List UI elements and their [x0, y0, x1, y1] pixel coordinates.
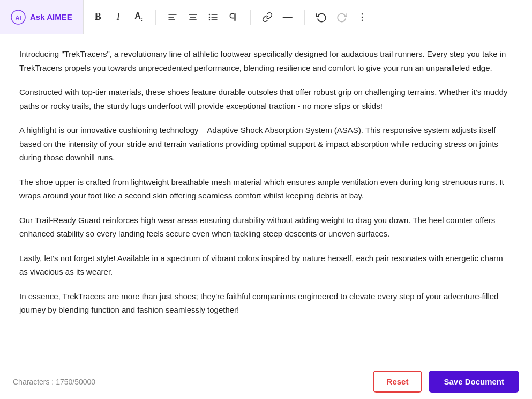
- svg-point-18: [361, 19, 363, 21]
- font-size-icon: A:: [134, 11, 143, 22]
- paragraph-button[interactable]: [223, 7, 244, 27]
- bold-icon: B: [95, 11, 101, 23]
- svg-point-16: [361, 13, 363, 14]
- footer-buttons: Reset Save Document: [373, 371, 519, 393]
- svg-point-11: [208, 13, 210, 15]
- svg-point-13: [208, 19, 210, 20]
- content-area[interactable]: Introducing "TrekTracers", a revolutiona…: [0, 34, 532, 371]
- bold-button[interactable]: B: [88, 7, 108, 27]
- footer: Characters : 1750/50000 Reset Save Docum…: [0, 364, 532, 399]
- paragraph-1: Introducing "TrekTracers", a revolutiona…: [19, 47, 513, 75]
- align-center-button[interactable]: [183, 7, 203, 27]
- divider-line-icon: —: [283, 11, 293, 23]
- paragraph-4: The shoe upper is crafted from lightweig…: [19, 175, 513, 203]
- redo-icon: [336, 12, 347, 23]
- svg-point-17: [361, 16, 363, 18]
- divider-3: [304, 10, 305, 25]
- paragraph-7: In essence, TrekTracers are more than ju…: [19, 290, 513, 317]
- toolbar: AI Ask AIMEE B I A:: [0, 0, 532, 34]
- divider-1: [155, 10, 156, 25]
- ask-aimee-label: Ask AIMEE: [30, 12, 72, 21]
- align-center-icon: [188, 12, 198, 23]
- more-icon: [357, 12, 368, 23]
- divider-2: [250, 10, 251, 25]
- font-size-button[interactable]: A:: [129, 7, 149, 27]
- link-button[interactable]: [257, 7, 278, 27]
- history-group: [307, 7, 377, 27]
- align-left-icon: [167, 12, 178, 23]
- paragraph-5: Our Trail-Ready Guard reinforces high we…: [19, 213, 513, 241]
- paragraph-3: A highlight is our innovative cushioning…: [19, 123, 513, 165]
- ask-aimee-button[interactable]: AI Ask AIMEE: [0, 0, 84, 34]
- svg-point-12: [208, 16, 210, 18]
- redo-button[interactable]: [332, 7, 352, 27]
- italic-icon: I: [117, 11, 120, 23]
- svg-text:AI: AI: [16, 14, 21, 21]
- char-count: Characters : 1750/50000: [13, 378, 95, 386]
- more-button[interactable]: [352, 7, 372, 27]
- undo-icon: [316, 12, 327, 23]
- paragraph-icon: [228, 12, 239, 23]
- reset-button[interactable]: Reset: [373, 371, 423, 393]
- aimee-icon: AI: [11, 10, 26, 25]
- alignment-group: [158, 7, 248, 27]
- save-document-button[interactable]: Save Document: [429, 371, 519, 393]
- list-button[interactable]: [203, 7, 223, 27]
- align-left-button[interactable]: [162, 7, 183, 27]
- italic-button[interactable]: I: [108, 7, 129, 27]
- insert-group: —: [253, 7, 302, 27]
- paragraph-2: Constructed with top-tier materials, the…: [19, 85, 513, 113]
- divider-insert-button[interactable]: —: [278, 7, 298, 27]
- paragraph-6: Lastly, let's not forget style! Availabl…: [19, 252, 513, 279]
- list-icon: [208, 12, 219, 23]
- link-icon: [262, 12, 273, 23]
- text-format-group: B I A:: [84, 7, 153, 27]
- undo-button[interactable]: [311, 7, 332, 27]
